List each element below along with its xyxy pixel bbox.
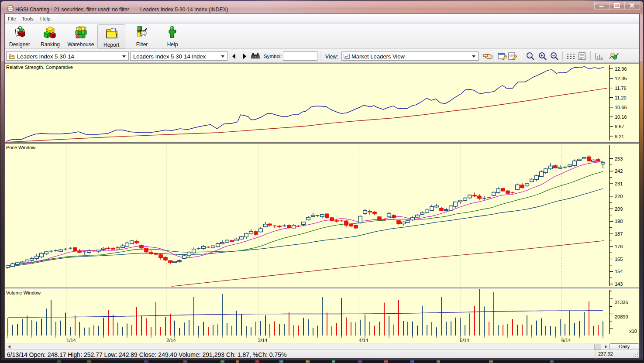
svg-text:20890: 20890	[615, 314, 628, 319]
svg-text:220: 220	[615, 194, 623, 199]
svg-text:Volume Window: Volume Window	[6, 290, 41, 295]
svg-text:10.16: 10.16	[615, 114, 627, 120]
svg-text:5/14: 5/14	[460, 338, 469, 343]
svg-text:3/14: 3/14	[258, 338, 267, 343]
svg-text:209: 209	[615, 206, 623, 212]
svg-text:1/14: 1/14	[66, 338, 76, 343]
svg-text:198: 198	[615, 219, 623, 224]
svg-text:12.96: 12.96	[615, 66, 627, 72]
svg-text:9.67: 9.67	[615, 124, 624, 129]
svg-text:9.21: 9.21	[615, 134, 624, 139]
svg-text:143: 143	[615, 281, 623, 287]
svg-text:Relative Strength, Comparative: Relative Strength, Comparative	[6, 65, 73, 70]
svg-text:165: 165	[615, 257, 623, 262]
svg-text:Price Window: Price Window	[6, 145, 35, 150]
svg-text:31335: 31335	[615, 300, 628, 305]
svg-text:253: 253	[615, 156, 623, 161]
svg-text:2/14: 2/14	[166, 338, 176, 343]
svg-text:4/14: 4/14	[359, 338, 368, 343]
svg-text:10.66: 10.66	[615, 105, 627, 110]
svg-text:11.76: 11.76	[615, 86, 627, 91]
svg-text:231: 231	[615, 181, 623, 186]
svg-text:187: 187	[615, 231, 623, 236]
svg-text:154: 154	[615, 269, 623, 274]
svg-text:x10: x10	[629, 329, 637, 334]
svg-text:176: 176	[615, 244, 623, 249]
svg-text:11.20: 11.20	[615, 95, 627, 100]
svg-text:12.35: 12.35	[615, 76, 627, 81]
svg-text:6/14: 6/14	[561, 338, 571, 343]
svg-text:242: 242	[615, 168, 623, 174]
